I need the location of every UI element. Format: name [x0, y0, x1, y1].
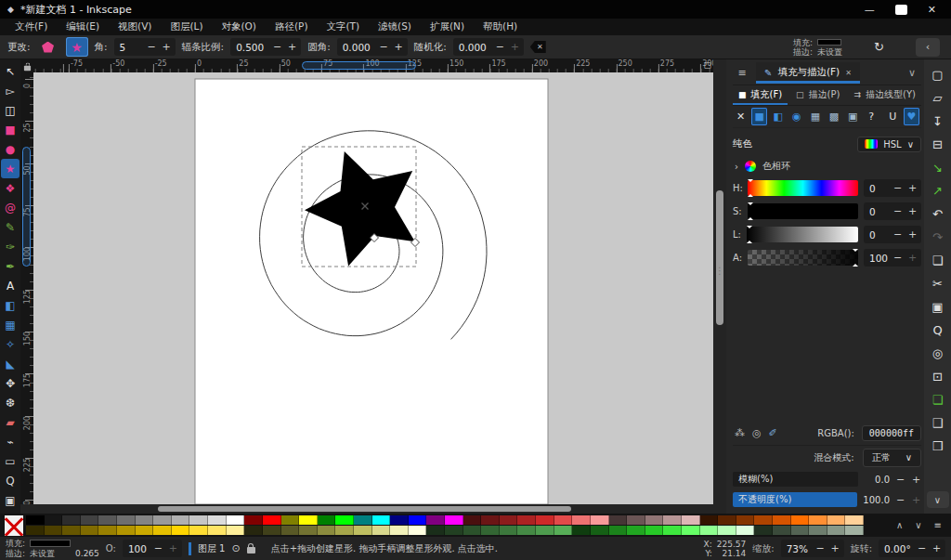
horizontal-scrollbar[interactable]: [33, 504, 713, 514]
palette-swatch[interactable]: [845, 526, 864, 535]
fill-swatch[interactable]: [30, 540, 71, 547]
dialog-list-icon[interactable]: ≡: [733, 67, 751, 79]
color-picker-icon[interactable]: ✐: [769, 427, 777, 439]
palette-swatch[interactable]: [45, 515, 63, 525]
rotation-spinner-value[interactable]: 0.00°: [882, 543, 912, 554]
palette-swatch[interactable]: [172, 526, 190, 535]
palette-swatch[interactable]: [354, 526, 372, 535]
spray-tool[interactable]: ❆: [1, 393, 20, 412]
light-spinner-increment-button[interactable]: +: [907, 228, 918, 241]
palette-swatch[interactable]: [409, 515, 427, 525]
palette-swatch[interactable]: [554, 515, 573, 525]
close-button[interactable]: ✕: [928, 5, 936, 15]
linear-gradient-button[interactable]: ◧: [770, 108, 786, 125]
palette-swatch[interactable]: [791, 526, 810, 535]
palette-swatch[interactable]: [627, 526, 645, 535]
selector-tool[interactable]: ↖: [1, 61, 20, 81]
tab-fill[interactable]: ■填充(F): [733, 86, 788, 105]
corners-spinner-value[interactable]: 5: [118, 42, 142, 53]
palette-swatch[interactable]: [426, 526, 445, 535]
lock-guides-icon[interactable]: [23, 65, 30, 71]
menu-layer[interactable]: 图层(L): [161, 20, 212, 34]
palette-swatch[interactable]: [481, 515, 500, 525]
measure-tool[interactable]: ▭: [1, 451, 20, 471]
corners-spinner-increment-button[interactable]: +: [162, 41, 172, 53]
light-spinner-value[interactable]: 0: [867, 229, 888, 241]
opacity-decrement-button[interactable]: −: [895, 494, 905, 506]
palette-swatch[interactable]: [244, 526, 263, 535]
pencil-tool[interactable]: ✎: [1, 217, 20, 237]
palette-swatch[interactable]: [645, 526, 664, 535]
palette-swatch[interactable]: [81, 515, 99, 525]
palette-swatch[interactable]: [517, 515, 536, 525]
tab-stroke-paint[interactable]: □描边(P): [790, 86, 845, 105]
palette-swatch[interactable]: [827, 526, 846, 535]
palette-swatch[interactable]: [536, 526, 554, 535]
corners-spinner[interactable]: 5−+: [114, 38, 176, 56]
cut-icon[interactable]: ✂: [926, 272, 949, 295]
layer-visibility-icon[interactable]: ⊙: [231, 542, 240, 554]
shape-builder-tool[interactable]: ◫: [1, 100, 20, 120]
palette-swatch[interactable]: [299, 526, 318, 535]
snap-bar-expand-button[interactable]: ‹: [916, 38, 940, 57]
horizontal-ruler[interactable]: -75-50-250255075100125150175200225250275…: [33, 59, 713, 72]
star-tool[interactable]: ★: [1, 159, 20, 178]
export-icon[interactable]: ↗: [926, 179, 949, 202]
palette-swatch[interactable]: [845, 515, 864, 525]
palette-swatch[interactable]: [299, 515, 318, 525]
palette-swatch[interactable]: [445, 526, 463, 535]
palette-swatch[interactable]: [682, 526, 700, 535]
box-3d-tool[interactable]: ❖: [1, 178, 20, 198]
menu-extensions[interactable]: 扩展(N): [421, 20, 474, 34]
object-opacity-spinner[interactable]: 100−+: [123, 540, 182, 557]
blur-increment-button[interactable]: +: [911, 474, 921, 486]
star-mode-button[interactable]: ★: [66, 37, 88, 57]
rounded-spinner-decrement-button[interactable]: −: [379, 41, 389, 53]
spoke-ratio-spinner-increment-button[interactable]: +: [287, 41, 297, 53]
radial-gradient-button[interactable]: ◉: [788, 108, 804, 125]
palette-swatch[interactable]: [409, 526, 427, 535]
copy-icon[interactable]: ❏: [926, 249, 949, 272]
fill-stroke-status[interactable]: 填充: 描边:未设置0.265: [6, 539, 99, 559]
object-opacity-spinner-value[interactable]: 100: [126, 543, 149, 554]
alpha-slider[interactable]: [748, 250, 858, 266]
flat-color-button[interactable]: ■: [751, 108, 767, 125]
palette-swatch[interactable]: [609, 515, 628, 525]
randomized-spinner-decrement-button[interactable]: −: [495, 41, 505, 53]
palette-swatch[interactable]: [809, 515, 827, 525]
palette-swatch[interactable]: [98, 526, 117, 535]
palette-swatch[interactable]: [718, 515, 736, 525]
palette-swatch[interactable]: [153, 515, 172, 525]
palette-swatch[interactable]: [117, 526, 136, 535]
cms-icon[interactable]: ◎: [752, 427, 762, 439]
tweak-tool[interactable]: ✥: [1, 373, 20, 393]
maximize-button[interactable]: [895, 5, 907, 15]
palette-swatch[interactable]: [318, 515, 336, 525]
horizontal-scrollbar-thumb[interactable]: [158, 506, 571, 512]
palette-swatch[interactable]: [335, 515, 354, 525]
connector-tool[interactable]: ⌁: [1, 432, 20, 451]
palette-swatch[interactable]: [26, 515, 45, 525]
menu-path[interactable]: 路径(P): [266, 20, 318, 34]
unlink-clone-icon[interactable]: ❒: [926, 435, 949, 458]
pages-tool[interactable]: ▣: [1, 490, 20, 510]
palette-swatch[interactable]: [227, 526, 245, 535]
no-color-swatch[interactable]: [5, 515, 23, 536]
sat-spinner-increment-button[interactable]: +: [907, 205, 918, 217]
layer-lock-icon[interactable]: [247, 547, 255, 553]
palette-swatch[interactable]: [62, 515, 81, 525]
opacity-increment-button[interactable]: +: [911, 494, 921, 506]
palette-swatch[interactable]: [426, 515, 445, 525]
palette-swatch[interactable]: [318, 526, 336, 535]
menu-view[interactable]: 视图(V): [109, 20, 161, 34]
sat-spinner[interactable]: 0−+: [864, 202, 921, 220]
palette-swatch[interactable]: [263, 515, 281, 525]
palette-swatch[interactable]: [809, 526, 827, 535]
palette-swatch[interactable]: [208, 526, 227, 535]
tab-stroke-style[interactable]: ⇉描边线型(Y): [848, 86, 920, 105]
randomized-spinner-value[interactable]: 0.000: [457, 42, 490, 53]
palette-swatch[interactable]: [281, 526, 300, 535]
palette-swatch[interactable]: [536, 515, 554, 525]
reset-defaults-button[interactable]: ✕: [530, 41, 546, 53]
eraser-tool[interactable]: ▰: [1, 412, 20, 432]
